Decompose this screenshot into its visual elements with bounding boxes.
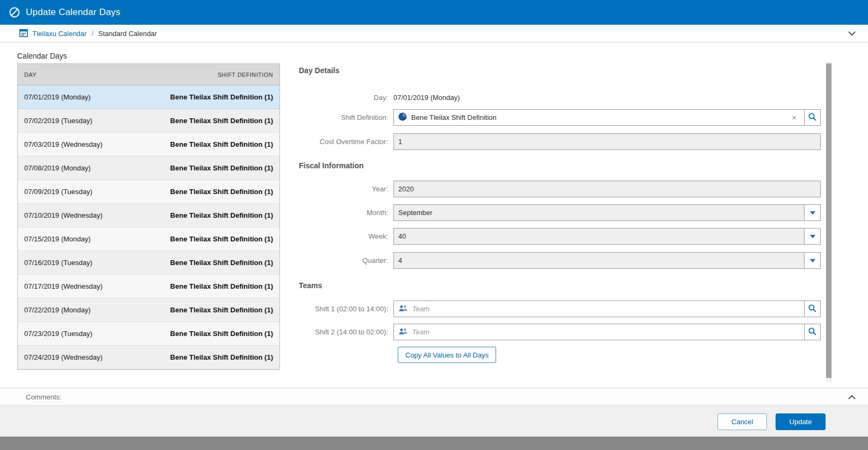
day-cell: 07/22/2019 (Monday) xyxy=(24,306,91,314)
day-cell: 07/16/2019 (Tuesday) xyxy=(24,259,92,267)
shift2-team-form-row: Shift 2 (14:00 to 02:00): xyxy=(299,324,821,340)
table-row[interactable]: 07/23/2019 (Tuesday) Bene Tleilax Shift … xyxy=(18,322,279,346)
table-row[interactable]: 07/03/2019 (Wednesday) Bene Tleilax Shif… xyxy=(18,133,279,156)
shift2-label: Shift 2 (14:00 to 02:00): xyxy=(299,328,393,336)
teams-section-title: Teams xyxy=(299,281,322,290)
calendar-days-table: DAY SHIFT DEFINITION 07/01/2019 (Monday)… xyxy=(17,63,280,370)
page-title: Update Calendar Days xyxy=(26,7,120,18)
week-form-row: Week: 40 xyxy=(299,228,821,245)
chevron-down-icon[interactable] xyxy=(848,30,856,38)
shift-definition-label: Shift Definition: xyxy=(299,113,393,122)
day-cell: 07/01/2019 (Monday) xyxy=(24,93,91,101)
clear-icon[interactable]: × xyxy=(788,113,800,122)
fiscal-information-section-title: Fiscal Information xyxy=(299,161,364,170)
breadcrumb-link-calendar[interactable]: Tleilaxu Calendar xyxy=(32,30,87,38)
shift-cell: Bene Tleilax Shift Definition (1) xyxy=(170,259,273,267)
quarter-selected-value: 4 xyxy=(394,253,804,268)
table-row[interactable]: 07/24/2019 (Wednesday) Bene Tleilax Shif… xyxy=(18,346,279,369)
quarter-select[interactable]: 4 xyxy=(393,252,821,269)
magnifier-icon xyxy=(808,327,817,338)
month-dropdown-button[interactable] xyxy=(804,205,820,220)
table-row[interactable]: 07/22/2019 (Monday) Bene Tleilax Shift D… xyxy=(18,298,279,322)
shift1-team-input[interactable] xyxy=(412,302,800,316)
shift-cell: Bene Tleilax Shift Definition (1) xyxy=(170,353,273,361)
footer-action-bar: Cancel Update xyxy=(0,405,868,437)
shift2-team-search-button[interactable] xyxy=(804,324,821,340)
cost-overtime-input[interactable] xyxy=(398,134,816,149)
chevron-down-triangle-icon xyxy=(810,211,815,215)
team-icon xyxy=(398,327,408,337)
table-row[interactable]: 07/16/2019 (Tuesday) Bene Tleilax Shift … xyxy=(18,251,279,275)
calendar-icon xyxy=(19,28,28,39)
breadcrumb-separator: / xyxy=(91,30,94,38)
table-row[interactable]: 07/01/2019 (Monday) Bene Tleilax Shift D… xyxy=(18,85,279,109)
quarter-label: Quarter: xyxy=(299,256,393,265)
day-cell: 07/15/2019 (Monday) xyxy=(24,235,91,243)
shift-definition-value: Bene Tleilax Shift Definition xyxy=(411,113,788,122)
cancel-button[interactable]: Cancel xyxy=(718,413,767,430)
day-details-section-title: Day Details xyxy=(299,66,339,75)
month-form-row: Month: September xyxy=(299,204,821,221)
shift-definition-icon xyxy=(398,112,407,123)
day-cell: 07/08/2019 (Monday) xyxy=(24,164,91,172)
month-select[interactable]: September xyxy=(393,204,821,221)
calendar-days-section-title: Calendar Days xyxy=(17,52,67,60)
shift2-team-input[interactable] xyxy=(412,325,800,339)
column-header-shift-definition: SHIFT DEFINITION xyxy=(218,72,273,78)
magnifier-icon xyxy=(808,304,817,315)
chevron-up-icon[interactable] xyxy=(848,394,856,402)
year-label: Year: xyxy=(299,185,393,193)
week-dropdown-button[interactable] xyxy=(804,228,820,244)
shift-cell: Bene Tleilax Shift Definition (1) xyxy=(170,93,273,101)
day-label: Day: xyxy=(299,94,393,102)
cost-overtime-form-row: Cost Overtime Factor: xyxy=(299,133,821,150)
column-header-day: DAY xyxy=(24,72,37,78)
table-row[interactable]: 07/08/2019 (Monday) Bene Tleilax Shift D… xyxy=(18,156,279,180)
update-button[interactable]: Update xyxy=(776,413,826,430)
comments-section: Comments: xyxy=(0,388,868,405)
shift-cell: Bene Tleilax Shift Definition (1) xyxy=(170,211,273,219)
quarter-dropdown-button[interactable] xyxy=(804,253,820,268)
shift-cell: Bene Tleilax Shift Definition (1) xyxy=(170,140,273,148)
breadcrumb-current: Standard Calendar xyxy=(98,30,157,38)
year-input[interactable] xyxy=(398,182,816,196)
shift-definition-input[interactable]: Bene Tleilax Shift Definition × xyxy=(393,109,805,126)
table-body: 07/01/2019 (Monday) Bene Tleilax Shift D… xyxy=(18,85,279,369)
week-label: Week: xyxy=(299,232,393,240)
table-row[interactable]: 07/15/2019 (Monday) Bene Tleilax Shift D… xyxy=(18,227,279,251)
shift-definition-search-button[interactable] xyxy=(804,109,821,126)
desktop-background xyxy=(0,437,868,450)
table-row[interactable]: 07/17/2019 (Wednesday) Bene Tleilax Shif… xyxy=(18,275,279,298)
day-cell: 07/03/2019 (Wednesday) xyxy=(24,140,103,148)
day-cell: 07/02/2019 (Tuesday) xyxy=(24,117,92,125)
shift-definition-form-row: Shift Definition: Bene Tleilax Shift Def… xyxy=(299,109,821,126)
shift1-team-search-button[interactable] xyxy=(804,301,821,317)
week-select[interactable]: 40 xyxy=(393,228,821,245)
breadcrumb: Tleilaxu Calendar / Standard Calendar xyxy=(0,25,868,42)
update-calendar-icon xyxy=(9,6,20,18)
month-label: Month: xyxy=(299,209,393,217)
copy-all-values-button[interactable]: Copy All Values to All Days xyxy=(398,347,496,363)
table-header-row: DAY SHIFT DEFINITION xyxy=(18,64,279,85)
table-row[interactable]: 07/10/2019 (Wednesday) Bene Tleilax Shif… xyxy=(18,204,279,227)
shift-cell: Bene Tleilax Shift Definition (1) xyxy=(170,282,273,290)
shift-cell: Bene Tleilax Shift Definition (1) xyxy=(170,117,273,125)
day-form-row: Day: 07/01/2019 (Monday) xyxy=(299,89,821,106)
chevron-down-triangle-icon xyxy=(810,235,815,238)
table-row[interactable]: 07/02/2019 (Tuesday) Bene Tleilax Shift … xyxy=(18,109,279,133)
window-title-bar: Update Calendar Days xyxy=(0,0,868,25)
shift-cell: Bene Tleilax Shift Definition (1) xyxy=(170,235,273,243)
day-value: 07/01/2019 (Monday) xyxy=(393,94,460,102)
year-form-row: Year: xyxy=(299,181,821,197)
day-cell: 07/10/2019 (Wednesday) xyxy=(24,211,103,219)
cost-overtime-label: Cost Overtime Factor: xyxy=(299,138,393,146)
day-cell: 07/17/2019 (Wednesday) xyxy=(24,282,103,290)
shift-cell: Bene Tleilax Shift Definition (1) xyxy=(170,188,273,196)
vertical-scrollbar-track[interactable] xyxy=(826,62,832,382)
magnifier-icon xyxy=(808,112,817,123)
vertical-scrollbar-thumb[interactable] xyxy=(826,63,831,378)
table-row[interactable]: 07/09/2019 (Tuesday) Bene Tleilax Shift … xyxy=(18,180,279,204)
week-selected-value: 40 xyxy=(394,228,804,244)
day-cell: 07/09/2019 (Tuesday) xyxy=(24,188,92,196)
day-cell: 07/23/2019 (Tuesday) xyxy=(24,330,92,338)
